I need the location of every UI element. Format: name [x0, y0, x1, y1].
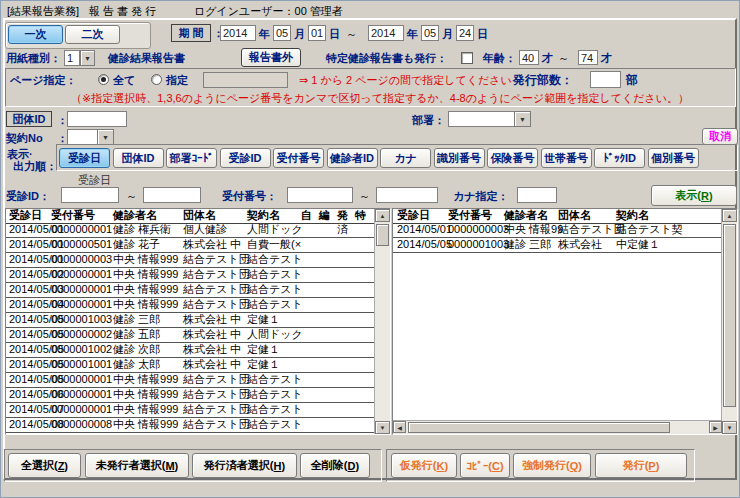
receipt-no-label: 受付番号：	[222, 189, 277, 204]
jushin-id-to-input[interactable]	[143, 187, 201, 203]
period-tilde: ～	[346, 27, 357, 42]
cancel-button[interactable]: 取消	[702, 128, 738, 145]
tab-secondary[interactable]: 二次	[65, 25, 120, 44]
group-id-label: 団体ID	[6, 111, 52, 127]
age-to-input[interactable]	[578, 50, 598, 65]
paper-type-label: 用紙種別：	[6, 51, 61, 66]
sort-button-6[interactable]: 健診者ID	[327, 148, 378, 168]
left-table-row-4[interactable]: 2014/05/020000000001中央 情報999結合テスト団結合テスト	[6, 268, 375, 283]
radio-all[interactable]	[98, 74, 109, 85]
receipt-no-tilde: ～	[359, 189, 370, 204]
sort-button-12[interactable]: 個別番号	[648, 148, 699, 168]
dept-dropdown[interactable]: ▼	[448, 111, 531, 127]
left-table-row-1[interactable]: 2014/05/010000000001健診 権兵衛個人健診人間ドック済	[6, 223, 375, 238]
period-from-month-input[interactable]	[273, 25, 291, 41]
copies-label: 発行部数：	[513, 72, 573, 89]
jushin-id-tilde: ～	[126, 189, 137, 204]
left-table-row-2[interactable]: 2014/05/010000000501健診 花子株式会社 中自費一般(×	[6, 238, 375, 253]
tokutei-issue-checkbox[interactable]	[461, 52, 473, 64]
paper-doc-name: 健診結果報告書	[108, 51, 185, 66]
sort-button-1[interactable]: 受診日	[59, 148, 110, 168]
contract-no-dropdown[interactable]: ▼	[67, 129, 114, 145]
left-table-row-8[interactable]: 2014/05/050000000002健診 五郎株式会社 中人間ドック	[6, 328, 375, 343]
left-table-row-7[interactable]: 2014/05/050000001003健診 三郎株式会社 中定健１	[6, 313, 375, 328]
paper-type-dropdown[interactable]: ▼	[80, 50, 95, 66]
period-to-year-input[interactable]	[368, 25, 404, 41]
receipt-no-to-input[interactable]	[376, 187, 438, 203]
sort-button-5[interactable]: 受付番号	[273, 148, 324, 168]
kana-input[interactable]	[517, 187, 557, 203]
scroll-left-icon[interactable]: ◀	[393, 421, 406, 433]
period-from-day-input[interactable]	[308, 25, 326, 41]
scroll-up-icon[interactable]: ▲	[375, 209, 390, 222]
left-table-vscrollbar[interactable]: ▲ ▼	[374, 209, 390, 434]
delete-all-button[interactable]: 全削除(D)	[300, 453, 370, 478]
force-issue-button[interactable]: 強制発行(Q)	[513, 453, 591, 478]
scroll-down-icon[interactable]: ▼	[722, 421, 737, 434]
unit-month-1: 月	[294, 27, 305, 42]
right-table-hscrollbar[interactable]: ◀ ▶	[393, 420, 722, 434]
left-table-row-14[interactable]: 2014/05/080000000008中央 情報999結合テスト団結合テスト	[6, 418, 375, 433]
page-spec-label: ページ指定：	[10, 73, 77, 88]
sort-button-7[interactable]: カナ	[380, 148, 431, 168]
dropdown-arrow-icon[interactable]: ▼	[80, 50, 95, 66]
copies-input[interactable]	[590, 71, 621, 88]
period-to-day-input[interactable]	[456, 25, 474, 41]
report-other-button[interactable]: 報告書外	[241, 48, 301, 67]
issue-button[interactable]: 発行(P)	[595, 453, 687, 478]
show-button[interactable]: 表示(R)	[651, 185, 737, 206]
left-table-row-12[interactable]: 2014/05/060000000001中央 情報999結合テスト団結合テスト	[6, 388, 375, 403]
jushin-id-from-input[interactable]	[61, 187, 119, 203]
sort-button-4[interactable]: 受診ID	[220, 148, 271, 168]
copies-unit: 部	[626, 72, 638, 89]
period-to-month-input[interactable]	[421, 25, 439, 41]
receipt-no-from-input[interactable]	[287, 187, 353, 203]
sort-button-8[interactable]: 識別番号	[434, 148, 485, 168]
current-sort-indicator: 受診日	[78, 173, 111, 188]
sort-button-2[interactable]: 団体ID	[113, 148, 164, 168]
temp-issue-button[interactable]: 仮発行(K)	[391, 453, 457, 478]
scroll-down-icon[interactable]: ▼	[375, 421, 390, 434]
dropdown-arrow-icon[interactable]: ▼	[97, 129, 114, 145]
left-table-row-6[interactable]: 2014/05/040000000001中央 情報999結合テスト団結合テスト	[6, 298, 375, 313]
app-name: [結果報告業務]	[7, 4, 79, 19]
right-table-row-2[interactable]: 2014/05/050000001003健診 三郎株式会社中定健１	[393, 238, 722, 253]
select-all-button[interactable]: 全選択(Z)	[8, 453, 81, 478]
left-table-row-9[interactable]: 2014/05/050000001002健診 次郎株式会社 中定健１	[6, 343, 375, 358]
right-table-hscroll-thumb[interactable]	[408, 422, 670, 433]
left-table-row-11[interactable]: 2014/05/050000000001中央 情報999結合テスト団結合テスト	[6, 373, 375, 388]
group-id-input[interactable]	[67, 111, 127, 127]
left-table-header: 受診日 受付番号 健診者名 団体名 契約名 自 編 発 特	[6, 209, 375, 224]
sort-button-10[interactable]: 世帯番号	[541, 148, 592, 168]
paper-type-value[interactable]	[64, 50, 80, 66]
period-from-year-input[interactable]	[220, 25, 256, 41]
left-table-row-3[interactable]: 2014/05/010000000003中央 情報999結合テスト団結合テスト	[6, 253, 375, 268]
age-from-input[interactable]	[519, 50, 539, 65]
tokutei-issue-label: 特定健診報告書も発行：	[326, 51, 447, 66]
sort-button-11[interactable]: ﾄﾞｯｸID	[594, 148, 645, 168]
left-table-scroll-thumb[interactable]	[376, 224, 389, 246]
right-table-vscrollbar[interactable]: ▲ ▼	[721, 209, 737, 434]
page-spec-input[interactable]	[203, 72, 288, 88]
left-table-row-13[interactable]: 2014/05/070000000001中央 情報999結合テスト団結合テスト	[6, 403, 375, 418]
contract-no-label: 契約No	[6, 131, 43, 146]
scroll-up-icon[interactable]: ▲	[722, 209, 737, 222]
period-label: 期 間	[171, 24, 211, 42]
right-table-scroll-thumb[interactable]	[723, 224, 736, 407]
radio-specify[interactable]	[151, 74, 162, 85]
left-table-row-10[interactable]: 2014/05/050000001001健診 太郎株式会社 中定健１	[6, 358, 375, 373]
copy-button[interactable]: ｺﾋﾟｰ(C)	[460, 453, 510, 478]
select-issued-button[interactable]: 発行済者選択(H)	[192, 453, 297, 478]
sort-button-3[interactable]: 部署ｺｰﾄﾞ	[166, 148, 217, 168]
select-unissued-button[interactable]: 未発行者選択(M)	[85, 453, 189, 478]
scroll-right-icon[interactable]: ▶	[709, 421, 722, 433]
left-table-row-5[interactable]: 2014/05/030000000001中央 情報999結合テスト団結合テスト	[6, 283, 375, 298]
sort-button-9[interactable]: 保険番号	[487, 148, 538, 168]
unit-day-1: 日	[329, 27, 340, 42]
unit-year-2: 年	[407, 27, 418, 42]
right-table-header: 受診日 受付番号 健診者名 団体名 契約名	[393, 209, 722, 224]
age-tilde: ～	[558, 51, 569, 66]
right-table-row-1[interactable]: 2014/05/010000000003中央 情報99結合テスト団結合テスト契	[393, 223, 722, 238]
tab-primary[interactable]: 一次	[8, 25, 63, 44]
dropdown-arrow-icon[interactable]: ▼	[514, 111, 531, 127]
